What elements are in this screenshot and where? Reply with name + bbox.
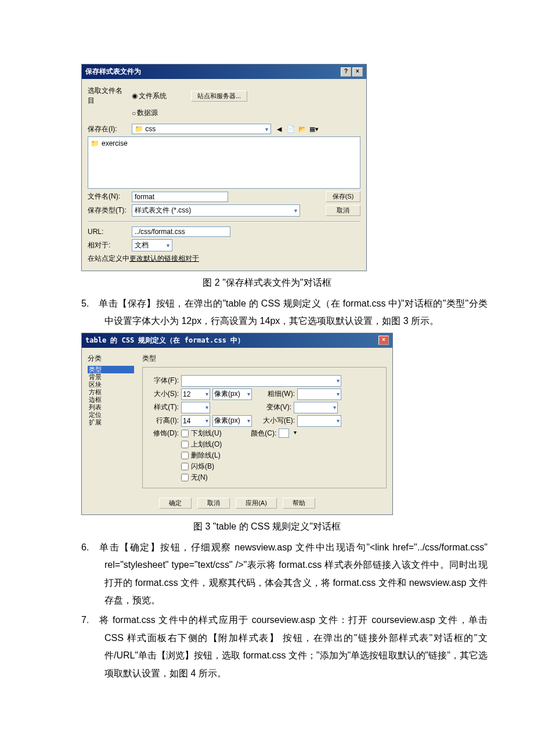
color-label: 颜色(C): xyxy=(244,429,276,438)
line-unit-select[interactable]: 像素(px)▾ xyxy=(212,415,252,427)
step-7-text: 7.将 format.css 文件中的样式应用于 courseview.asp … xyxy=(46,611,488,682)
line-select[interactable]: 14▾ xyxy=(181,415,210,427)
weight-label: 粗细(W): xyxy=(262,389,295,399)
case-select[interactable]: ▾ xyxy=(297,415,341,427)
close-icon[interactable]: × xyxy=(378,336,389,345)
views-icon[interactable]: ▦▾ xyxy=(309,124,319,134)
figure-2-caption: 图 2 "保存样式表文件为"对话框 xyxy=(46,277,488,289)
help-button[interactable]: 帮助 xyxy=(283,498,315,509)
deco-linethrough[interactable]: 删除线(L) xyxy=(181,451,222,460)
radio-datasource[interactable]: ○ 数据源 xyxy=(132,108,158,118)
filename-input[interactable]: format xyxy=(132,192,228,202)
deco-label: 修饰(D): xyxy=(146,429,179,438)
select-label: 选取文件名目 xyxy=(88,86,128,106)
cat-position[interactable]: 定位 xyxy=(88,411,134,419)
radio-filesystem[interactable]: ◉ 文件系统 xyxy=(132,91,167,101)
cat-background[interactable]: 背景 xyxy=(88,373,134,381)
category-header: 分类 xyxy=(88,354,134,363)
cat-type[interactable]: 类型 xyxy=(88,366,134,373)
dialog-title: table 的 CSS 规则定义（在 format.css 中） xyxy=(85,336,244,345)
savein-select[interactable]: 📁 css▾ xyxy=(132,124,271,134)
newfolder-icon[interactable]: 📂 xyxy=(298,124,307,134)
deco-none[interactable]: 无(N) xyxy=(181,473,222,483)
deco-underline[interactable]: 下划线(U) xyxy=(181,429,222,438)
style-label: 样式(T): xyxy=(146,402,179,412)
style-select[interactable]: ▾ xyxy=(181,402,210,413)
back-icon[interactable]: ◀ xyxy=(275,124,284,134)
deco-overline[interactable]: 上划线(O) xyxy=(181,440,222,449)
note-text: 在站点定义中更改默认的链接相对于 xyxy=(88,254,199,264)
size-select[interactable]: 12▾ xyxy=(181,388,210,400)
file-list[interactable]: 📁exercise xyxy=(88,136,360,189)
size-label: 大小(S): xyxy=(146,389,179,399)
category-list: 分类 类型 背景 区块 方框 边框 列表 定位 扩展 xyxy=(88,354,134,488)
cat-extend[interactable]: 扩展 xyxy=(88,419,134,426)
cat-border[interactable]: 边框 xyxy=(88,396,134,404)
cat-box[interactable]: 方框 xyxy=(88,388,134,396)
savetype-label: 保存类型(T): xyxy=(88,206,128,215)
case-label: 大小写(E): xyxy=(259,416,295,426)
url-input[interactable]: ../css/format.css xyxy=(132,226,230,237)
font-select[interactable]: ▾ xyxy=(181,375,341,387)
weight-select[interactable]: ▾ xyxy=(297,388,341,400)
line-label: 行高(I): xyxy=(146,416,179,426)
size-unit-select[interactable]: 像素(px)▾ xyxy=(212,388,252,400)
cancel-button[interactable]: 取消 xyxy=(197,498,230,509)
cat-list[interactable]: 列表 xyxy=(88,404,134,411)
ok-button[interactable]: 确定 xyxy=(159,498,192,509)
url-label: URL: xyxy=(88,228,128,236)
css-rule-dialog: table 的 CSS 规则定义（在 format.css 中） × 分类 类型… xyxy=(81,333,393,515)
savein-label: 保存在(I): xyxy=(88,124,128,134)
savetype-select[interactable]: 样式表文件 (*.css)▾ xyxy=(132,204,300,217)
step-5-text: 5.单击【保存】按钮，在弹出的"table 的 CSS 规则定义（在 forma… xyxy=(46,295,488,330)
help-icon[interactable]: ? xyxy=(341,67,351,77)
deco-blink[interactable]: 闪烁(B) xyxy=(181,462,222,471)
apply-button[interactable]: 应用(A) xyxy=(236,498,277,509)
variant-select[interactable]: ▾ xyxy=(294,402,338,413)
dialog-title: 保存样式表文件为 xyxy=(85,67,141,77)
folder-item[interactable]: 📁exercise xyxy=(91,139,358,147)
site-server-button[interactable]: 站点和服务器... xyxy=(191,91,247,102)
save-button[interactable]: 保存(S) xyxy=(326,191,360,202)
close-icon[interactable]: × xyxy=(352,67,363,77)
font-label: 字体(F): xyxy=(146,376,179,386)
color-picker[interactable] xyxy=(279,429,289,438)
up-icon[interactable]: 📄 xyxy=(286,124,295,134)
save-stylesheet-dialog: 保存样式表文件为 ? × 选取文件名目 ◉ 文件系统 站点和服务器... ○ 数… xyxy=(81,64,367,271)
figure-3-caption: 图 3 "table 的 CSS 规则定义"对话框 xyxy=(46,521,488,533)
cancel-button[interactable]: 取消 xyxy=(326,205,360,216)
type-header: 类型 xyxy=(142,354,387,363)
rel-select[interactable]: 文档▾ xyxy=(132,239,172,251)
variant-label: 变体(V): xyxy=(259,402,291,412)
rel-label: 相对于: xyxy=(88,240,128,250)
cat-block[interactable]: 区块 xyxy=(88,381,134,388)
filename-label: 文件名(N): xyxy=(88,192,128,201)
titlebar: table 的 CSS 规则定义（在 format.css 中） × xyxy=(82,333,392,348)
titlebar: 保存样式表文件为 ? × xyxy=(82,64,366,79)
step-6-text: 6.单击【确定】按钮，仔细观察 newsview.asp 文件中出现语句"<li… xyxy=(46,539,488,610)
